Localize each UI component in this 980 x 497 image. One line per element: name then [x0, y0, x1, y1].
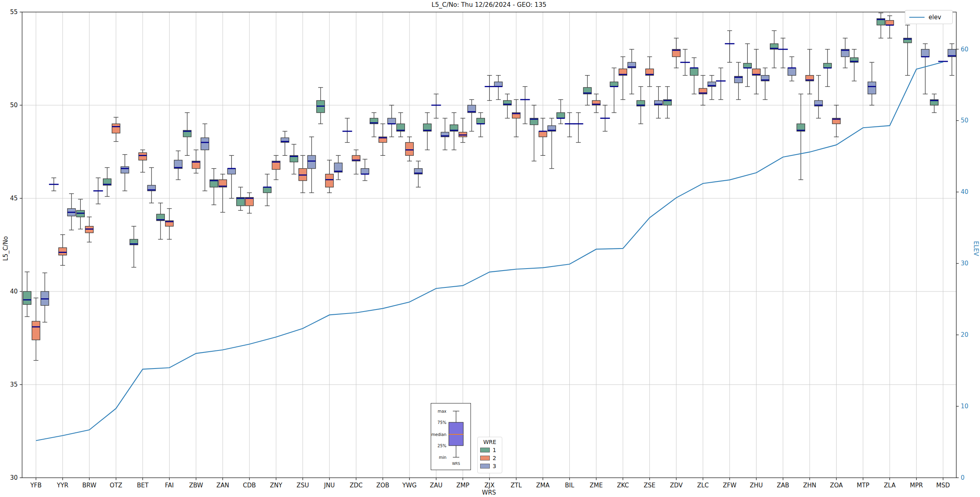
- box-ZDC-wre1: [342, 118, 352, 142]
- box-series-3: [41, 38, 956, 322]
- box-ZME-wre1: [583, 75, 591, 105]
- box-ZNY-wre2: [272, 155, 280, 179]
- wre-legend-row-2: 2: [480, 455, 499, 461]
- x-tick-ZLA: ZLA: [884, 482, 896, 489]
- wre-legend: WRE 1 2 3: [477, 437, 502, 473]
- box-ZSU-wre3: [308, 137, 316, 193]
- box-ZLA-wre2: [886, 16, 894, 38]
- wre2-label: 2: [493, 455, 496, 461]
- box-ZSE-wre2: [646, 57, 654, 86]
- box-ZOB-wre2: [379, 124, 387, 155]
- box-BIL-wre2: [565, 113, 575, 137]
- left-tick-55: 55: [10, 8, 18, 16]
- box-ZFW-wre3: [734, 62, 743, 100]
- x-tick-BIL: BIL: [565, 482, 575, 489]
- chart-title: L5_C/No: Thu 12/26/2024 - GEO: 135: [432, 1, 546, 8]
- left-tick-35: 35: [10, 381, 18, 388]
- box-YWG-wre2: [405, 137, 413, 161]
- box-FAI-wre1: [157, 203, 165, 239]
- box-ZDV-wre3: [680, 49, 690, 75]
- x-tick-YWG: YWG: [402, 482, 417, 489]
- box-ZBW-wre3: [201, 124, 209, 191]
- box-ZHU-wre3: [761, 68, 769, 100]
- box-ZSU-wre2: [299, 155, 307, 193]
- box-series-1: [23, 13, 939, 316]
- box-CDB-wre1: [237, 187, 245, 210]
- inset-label-median: median: [432, 432, 447, 437]
- box-MTP-wre1: [850, 49, 858, 81]
- box-JNU-wre1: [317, 88, 325, 124]
- box-YWG-wre3: [414, 161, 422, 187]
- wre-legend-row-3: 3: [480, 463, 499, 469]
- x-tick-MTP: MTP: [857, 482, 869, 489]
- x-tick-BRW: BRW: [82, 482, 96, 489]
- left-tick-50: 50: [10, 102, 18, 109]
- box-YFB-wre2: [32, 298, 40, 360]
- box-ZME-wre2: [592, 94, 600, 112]
- box-ZTL-wre1: [503, 94, 511, 118]
- right-tick-20: 20: [961, 331, 968, 338]
- box-ZMA-wre2: [539, 118, 547, 155]
- box-BRW-wre2: [85, 217, 93, 242]
- left-tick-30: 30: [10, 474, 18, 481]
- box-BRW-wre3: [93, 178, 103, 204]
- x-tick-ZBW: ZBW: [189, 482, 203, 489]
- x-tick-ZMA: ZMA: [536, 482, 550, 489]
- box-BIL-wre1: [557, 100, 565, 124]
- box-ZAB-wre1: [770, 31, 778, 68]
- box-BET-wre1: [130, 226, 138, 267]
- box-ZOB-wre3: [388, 105, 396, 137]
- box-YFB-wre3: [41, 273, 49, 322]
- box-MTP-wre3: [868, 62, 876, 105]
- box-ZMA-wre1: [530, 105, 538, 161]
- box-YYR-wre3: [68, 194, 76, 230]
- box-JNU-wre3: [334, 155, 342, 179]
- left-tick-40: 40: [10, 288, 18, 295]
- inset-xlabel: WRS: [452, 462, 460, 466]
- box-MSD-wre3: [948, 44, 956, 75]
- box-ZFW-wre2: [725, 31, 734, 62]
- box-ZJX-wre3: [494, 75, 502, 100]
- box-ZOB-wre1: [370, 113, 378, 137]
- wre3-label: 3: [493, 463, 496, 469]
- box-FAI-wre2: [166, 209, 174, 240]
- inset-label-75%: 75%: [438, 420, 446, 425]
- box-ZHU-wre2: [752, 49, 760, 94]
- box-ZSE-wre1: [637, 87, 645, 124]
- box-OTZ-wre3: [121, 155, 129, 191]
- box-CDB-wre2: [246, 193, 254, 213]
- box-ZKC-wre2: [619, 57, 627, 100]
- box-ZOA-wre3: [841, 38, 849, 68]
- x-axis-label: WRS: [482, 489, 496, 496]
- box-BRW-wre1: [76, 199, 84, 229]
- x-tick-ZHU: ZHU: [750, 482, 763, 489]
- box-ZMP-wre2: [459, 118, 467, 142]
- x-tick-MSD: MSD: [936, 482, 950, 489]
- box-ZAB-wre3: [788, 57, 796, 81]
- x-tick-ZDC: ZDC: [350, 482, 362, 489]
- right-tick-40: 40: [961, 188, 968, 196]
- x-tick-ZTL: ZTL: [511, 482, 522, 489]
- box-ZAB-wre2: [778, 38, 788, 68]
- wre1-label: 1: [493, 447, 496, 453]
- right-tick-10: 10: [961, 403, 968, 410]
- inset-label-25%: 25%: [438, 444, 446, 448]
- x-tick-ZME: ZME: [590, 482, 603, 489]
- box-FAI-wre3: [174, 151, 182, 180]
- box-ZHU-wre1: [743, 44, 751, 87]
- axis-ticks: 3035404550550102030405060YFBYYRBRWOTZBET…: [10, 8, 968, 489]
- box-ZDV-wre2: [672, 38, 680, 68]
- axes-spines: [22, 12, 956, 478]
- box-ZAN-wre2: [219, 174, 227, 212]
- elev-line-sample-icon: [909, 17, 925, 18]
- left-tick-45: 45: [10, 195, 18, 202]
- box-OTZ-wre2: [112, 117, 120, 141]
- box-YYR-wre1: [49, 178, 59, 191]
- x-tick-FAI: FAI: [165, 482, 174, 489]
- box-MPR-wre3: [921, 44, 929, 94]
- left-axis-label: L5_C/No: [2, 232, 9, 265]
- box-ZNY-wre1: [263, 174, 271, 206]
- box-ZME-wre3: [600, 105, 610, 131]
- box-YYR-wre2: [59, 234, 67, 265]
- box-ZLC-wre2: [699, 75, 707, 105]
